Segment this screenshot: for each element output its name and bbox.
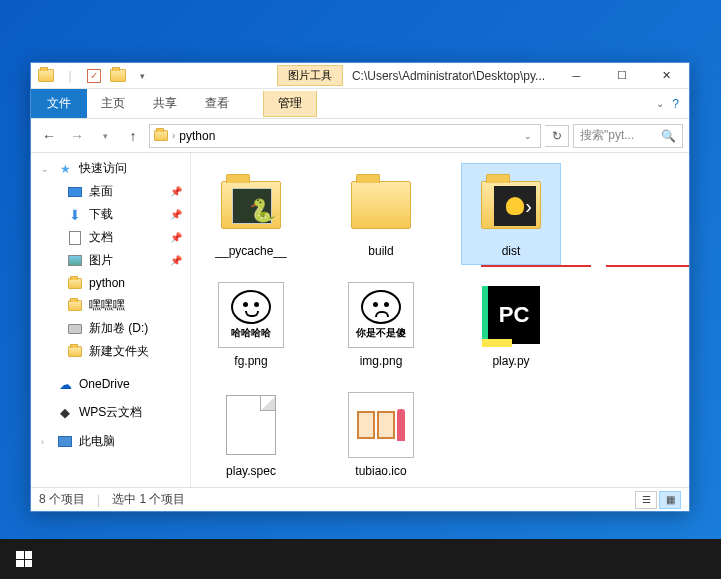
folder-icon xyxy=(351,181,411,229)
pc-icon xyxy=(58,436,72,447)
folder-icon: 🐍 xyxy=(221,181,281,229)
ico-thumbnail xyxy=(348,392,414,458)
sidebar-item-newfolder[interactable]: 新建文件夹 xyxy=(31,340,190,363)
icons-view-button[interactable]: ▦ xyxy=(659,491,681,509)
cloud-icon: ☁ xyxy=(57,376,73,392)
navigation-bar: ← → ▾ ↑ › python ⌄ ↻ 搜索"pyt... 🔍 xyxy=(31,119,689,153)
close-button[interactable]: ✕ xyxy=(644,63,689,89)
annotation-underline xyxy=(606,265,689,267)
sidebar-item-documents[interactable]: 文档📌 xyxy=(31,226,190,249)
search-placeholder: 搜索"pyt... xyxy=(580,127,634,144)
sidebar-item-label: 新建文件夹 xyxy=(89,343,149,360)
back-button[interactable]: ← xyxy=(37,124,61,148)
search-icon: 🔍 xyxy=(661,129,676,143)
folder-icon xyxy=(68,346,82,357)
sidebar-item-label: 文档 xyxy=(89,229,113,246)
taskbar[interactable] xyxy=(0,539,721,579)
quick-access-toolbar: | ✓ ▾ xyxy=(31,65,157,87)
folder-icon[interactable] xyxy=(35,65,57,87)
status-selection: 选中 1 个项目 xyxy=(112,491,185,508)
address-bar[interactable]: › python ⌄ xyxy=(149,124,541,148)
file-icon xyxy=(226,395,276,455)
ribbon-tab-home[interactable]: 主页 xyxy=(87,89,139,118)
file-label: build xyxy=(368,244,393,258)
up-button[interactable]: ↑ xyxy=(121,124,145,148)
sidebar-item-desktop[interactable]: 桌面📌 xyxy=(31,180,190,203)
new-folder-icon[interactable] xyxy=(107,65,129,87)
ribbon: 文件 主页 共享 查看 管理 ⌄ ? xyxy=(31,89,689,119)
minimize-button[interactable]: ─ xyxy=(554,63,599,89)
ribbon-tab-view[interactable]: 查看 xyxy=(191,89,243,118)
sidebar-item-pictures[interactable]: 图片📌 xyxy=(31,249,190,272)
file-label: __pycache__ xyxy=(215,244,286,258)
status-bar: 8 个项目 | 选中 1 个项目 ☰ ▦ xyxy=(31,487,689,511)
file-list[interactable]: 🐍 __pycache__ build dist 哈哈哈哈 fg.png 你是不… xyxy=(191,153,689,487)
sidebar-item-label: 此电脑 xyxy=(79,433,115,450)
help-icon[interactable]: ? xyxy=(672,97,679,111)
breadcrumb-sep: › xyxy=(172,130,175,141)
folder-icon xyxy=(68,278,82,289)
qat-separator: | xyxy=(59,65,81,87)
annotation-underline xyxy=(481,265,591,267)
file-item-play-py[interactable]: PC play.py xyxy=(461,273,561,375)
star-icon: ★ xyxy=(57,161,73,177)
sidebar-wps[interactable]: ◆WPS云文档 xyxy=(31,401,190,424)
sidebar-item-python[interactable]: python xyxy=(31,272,190,294)
sidebar-item-label: OneDrive xyxy=(79,377,130,391)
file-item-build[interactable]: build xyxy=(331,163,431,265)
chevron-right-icon[interactable]: › xyxy=(41,437,51,447)
file-label: img.png xyxy=(360,354,403,368)
breadcrumb-current[interactable]: python xyxy=(179,129,215,143)
download-icon: ⬇ xyxy=(67,207,83,223)
context-tab-title: 图片工具 xyxy=(277,65,343,86)
body-area: ⌄ ★ 快速访问 桌面📌 ⬇下载📌 文档📌 图片📌 python 嘿嘿嘿 新加卷… xyxy=(31,153,689,487)
details-view-button[interactable]: ☰ xyxy=(635,491,657,509)
refresh-button[interactable]: ↻ xyxy=(545,125,569,147)
pin-icon: 📌 xyxy=(170,186,182,197)
ribbon-context-manage[interactable]: 管理 xyxy=(263,91,317,117)
sidebar-item-label: 快速访问 xyxy=(79,160,127,177)
sidebar-item-downloads[interactable]: ⬇下载📌 xyxy=(31,203,190,226)
image-caption: 哈哈哈哈 xyxy=(231,326,271,340)
folder-icon xyxy=(154,130,168,141)
image-thumbnail: 你是不是傻 xyxy=(348,282,414,348)
qat-dropdown-icon[interactable]: ▾ xyxy=(131,65,153,87)
chevron-down-icon[interactable]: ⌄ xyxy=(41,164,51,174)
file-item-dist[interactable]: dist xyxy=(461,163,561,265)
forward-button[interactable]: → xyxy=(65,124,89,148)
file-label: fg.png xyxy=(234,354,267,368)
pin-icon: 📌 xyxy=(170,255,182,266)
ribbon-expand-icon[interactable]: ⌄ xyxy=(656,98,664,109)
sidebar-item-label: 嘿嘿嘿 xyxy=(89,297,125,314)
sidebar-quick-access[interactable]: ⌄ ★ 快速访问 xyxy=(31,157,190,180)
sidebar-item-label: 下载 xyxy=(89,206,113,223)
file-label: tubiao.ico xyxy=(355,464,406,478)
file-item-tubiao-ico[interactable]: tubiao.ico xyxy=(331,383,431,485)
desktop-icon xyxy=(68,187,82,197)
address-dropdown-icon[interactable]: ⌄ xyxy=(520,131,536,141)
recent-dropdown-icon[interactable]: ▾ xyxy=(93,124,117,148)
ribbon-file-tab[interactable]: 文件 xyxy=(31,89,87,118)
folder-icon xyxy=(481,181,541,229)
file-item-img-png[interactable]: 你是不是傻 img.png xyxy=(331,273,431,375)
ribbon-tab-share[interactable]: 共享 xyxy=(139,89,191,118)
sidebar-item-label: python xyxy=(89,276,125,290)
file-item-pycache[interactable]: 🐍 __pycache__ xyxy=(201,163,301,265)
sidebar-this-pc[interactable]: ›此电脑 xyxy=(31,430,190,453)
pin-icon: 📌 xyxy=(170,232,182,243)
file-item-fg-png[interactable]: 哈哈哈哈 fg.png xyxy=(201,273,301,375)
sidebar-item-heiheihei[interactable]: 嘿嘿嘿 xyxy=(31,294,190,317)
search-input[interactable]: 搜索"pyt... 🔍 xyxy=(573,124,683,148)
file-item-play-spec[interactable]: play.spec xyxy=(201,383,301,485)
wps-icon: ◆ xyxy=(57,405,73,421)
navigation-pane: ⌄ ★ 快速访问 桌面📌 ⬇下载📌 文档📌 图片📌 python 嘿嘿嘿 新加卷… xyxy=(31,153,191,487)
sidebar-onedrive[interactable]: ☁OneDrive xyxy=(31,373,190,395)
maximize-button[interactable]: ☐ xyxy=(599,63,644,89)
status-item-count: 8 个项目 xyxy=(39,491,85,508)
sidebar-item-drive-d[interactable]: 新加卷 (D:) xyxy=(31,317,190,340)
folder-icon xyxy=(68,300,82,311)
properties-icon[interactable]: ✓ xyxy=(83,65,105,87)
start-button[interactable] xyxy=(0,539,48,579)
window-controls: ─ ☐ ✕ xyxy=(554,63,689,89)
pycharm-icon: PC xyxy=(482,286,540,344)
